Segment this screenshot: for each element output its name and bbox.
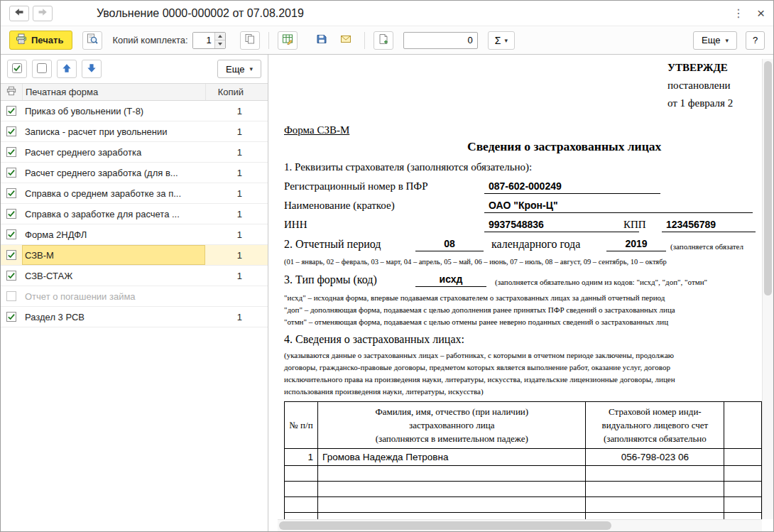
print-form-copies[interactable]: 1 bbox=[205, 204, 268, 224]
vertical-scrollbar-thumb[interactable] bbox=[764, 61, 772, 295]
spinner-down-button[interactable] bbox=[215, 40, 225, 48]
row-checkbox[interactable] bbox=[1, 204, 22, 224]
insert-page-button[interactable] bbox=[374, 31, 393, 50]
print-form-label[interactable]: Справка о заработке для расчета ... bbox=[22, 204, 205, 224]
print-button[interactable]: Печать bbox=[9, 31, 72, 50]
checkbox-empty-icon bbox=[6, 291, 16, 301]
toolbar-more-button[interactable]: Еще ▾ bbox=[693, 31, 737, 50]
print-form-copies[interactable]: 1 bbox=[205, 101, 268, 121]
copies-count-input[interactable] bbox=[193, 33, 214, 48]
print-form-label[interactable]: Записка - расчет при увольнении bbox=[22, 121, 205, 141]
print-form-row[interactable]: Расчет среднего заработка (для в...1 bbox=[1, 163, 268, 183]
insured-name-cell bbox=[318, 497, 586, 513]
toolbar-separator bbox=[268, 32, 269, 49]
section4-note-2: договоры, гражданско-правовые договоры, … bbox=[284, 363, 670, 371]
edit-spreadsheet-button[interactable] bbox=[278, 31, 298, 50]
row-checkbox[interactable] bbox=[1, 266, 22, 286]
print-form-row[interactable]: Форма 2НДФЛ1 bbox=[1, 224, 268, 245]
print-form-label[interactable]: Раздел 3 РСВ bbox=[22, 307, 205, 327]
sum-sigma-button[interactable]: Σ ▾ bbox=[488, 31, 515, 50]
print-form-label[interactable]: Форма 2НДФЛ bbox=[22, 224, 205, 244]
print-form-copies[interactable]: 1 bbox=[205, 307, 268, 327]
preview-button[interactable] bbox=[82, 31, 102, 50]
insured-snils-cell bbox=[586, 497, 724, 513]
print-forms-panel: Еще ▾ Печатная форма Копий Приказ об уво… bbox=[1, 55, 268, 531]
close-icon[interactable]: × bbox=[757, 6, 765, 20]
row-number-cell bbox=[285, 497, 318, 513]
uncheck-all-button[interactable] bbox=[32, 60, 52, 78]
print-form-row[interactable]: Приказ об увольнении (Т-8)1 bbox=[1, 101, 268, 121]
insured-table-row bbox=[285, 482, 762, 497]
sum-field[interactable] bbox=[403, 32, 478, 49]
print-form-copies[interactable]: 1 bbox=[205, 142, 268, 162]
form-type-value: исхд bbox=[415, 271, 486, 287]
copies-set-label: Копий комплекта: bbox=[112, 35, 187, 45]
back-button[interactable] bbox=[9, 6, 29, 21]
print-form-row[interactable]: Отчет о погашении займа bbox=[1, 286, 268, 307]
print-form-label[interactable]: Приказ об увольнении (Т-8) bbox=[22, 101, 205, 121]
insured-name-cell: Громова Надежда Петровна bbox=[318, 449, 586, 466]
horizontal-scrollbar-thumb[interactable] bbox=[279, 521, 611, 530]
document-preview[interactable]: УТВЕРЖДЕ постановлени от 1 февраля 2 Фор… bbox=[278, 59, 762, 519]
back-arrow-icon bbox=[13, 6, 25, 20]
window-menu-icon[interactable]: ⋮ bbox=[733, 8, 744, 19]
row-checkbox[interactable] bbox=[1, 245, 22, 265]
print-form-copies[interactable]: 1 bbox=[205, 121, 268, 141]
vertical-scrollbar[interactable] bbox=[762, 59, 773, 519]
print-form-row[interactable]: СЗВ-М1 bbox=[1, 245, 268, 266]
print-form-label[interactable]: Справка о среднем заработке за п... bbox=[22, 183, 205, 203]
print-form-label[interactable]: Расчет среднего заработка bbox=[22, 142, 205, 162]
spinner-up-button[interactable] bbox=[215, 33, 225, 40]
col-extra-header bbox=[724, 402, 762, 449]
row-checkbox[interactable] bbox=[1, 286, 22, 306]
doc-section2-heading: 2. Отчетный период bbox=[284, 238, 381, 251]
print-form-copies[interactable]: 1 bbox=[205, 163, 268, 183]
help-button[interactable]: ? bbox=[746, 31, 765, 50]
print-form-label[interactable]: СЗВ-М bbox=[22, 245, 205, 265]
titlebar: Увольнение 0000-000002 от 07.08.2019 ⋮ × bbox=[1, 1, 773, 26]
send-mail-button[interactable] bbox=[336, 31, 356, 50]
inn-value: 9937548836 bbox=[484, 217, 639, 232]
kpp-value: 123456789 bbox=[662, 217, 756, 232]
print-form-row[interactable]: СЗВ-СТАЖ1 bbox=[1, 266, 268, 286]
print-form-copies[interactable]: 1 bbox=[205, 183, 268, 203]
print-form-label[interactable]: СЗВ-СТАЖ bbox=[22, 266, 205, 286]
print-form-copies[interactable]: 1 bbox=[205, 266, 268, 286]
row-checkbox[interactable] bbox=[1, 101, 22, 121]
save-floppy-icon bbox=[316, 33, 327, 47]
move-up-button[interactable] bbox=[57, 60, 77, 78]
row-checkbox[interactable] bbox=[1, 142, 22, 162]
print-form-row[interactable]: Расчет среднего заработка1 bbox=[1, 142, 268, 163]
print-form-copies[interactable]: 1 bbox=[205, 245, 268, 265]
print-form-label[interactable]: Отчет о погашении займа bbox=[22, 286, 205, 306]
row-checkbox[interactable] bbox=[1, 224, 22, 244]
print-form-row[interactable]: Записка - расчет при увольнении1 bbox=[1, 121, 268, 142]
move-down-button[interactable] bbox=[82, 60, 102, 78]
row-number-cell bbox=[285, 482, 318, 497]
horizontal-scrollbar[interactable] bbox=[278, 519, 762, 531]
print-form-copies[interactable]: 1 bbox=[205, 224, 268, 244]
doc-section1-heading: 1. Реквизиты страхователя (заполняются о… bbox=[284, 161, 532, 173]
panel-more-button[interactable]: Еще ▾ bbox=[217, 60, 261, 78]
row-checkbox[interactable] bbox=[1, 163, 22, 183]
save-button[interactable] bbox=[312, 31, 332, 50]
extra-cell bbox=[724, 513, 762, 520]
print-form-row[interactable]: Справка о среднем заработке за п...1 bbox=[1, 183, 268, 204]
row-checkbox[interactable] bbox=[1, 183, 22, 203]
col-number-header: № п/п bbox=[285, 402, 318, 449]
checkbox-checked-icon bbox=[11, 63, 23, 76]
row-checkbox[interactable] bbox=[1, 307, 22, 327]
row-checkbox[interactable] bbox=[1, 121, 22, 141]
check-all-button[interactable] bbox=[7, 60, 27, 78]
print-form-label[interactable]: Расчет среднего заработка (для в... bbox=[22, 163, 205, 183]
row-number-cell: 1 bbox=[285, 449, 318, 466]
row-number-cell bbox=[285, 513, 318, 520]
print-form-row[interactable]: Справка о заработке для расчета ...1 bbox=[1, 204, 268, 224]
forward-button[interactable] bbox=[33, 6, 53, 21]
print-form-row[interactable]: Раздел 3 РСВ1 bbox=[1, 307, 268, 327]
document-preview-pane: УТВЕРЖДЕ постановлени от 1 февраля 2 Фор… bbox=[269, 55, 773, 531]
copies-per-page-button[interactable] bbox=[240, 31, 260, 50]
panel-toolbar: Еще ▾ bbox=[1, 55, 268, 83]
print-form-copies[interactable] bbox=[205, 286, 268, 306]
report-year-value: 2019 bbox=[606, 236, 666, 251]
